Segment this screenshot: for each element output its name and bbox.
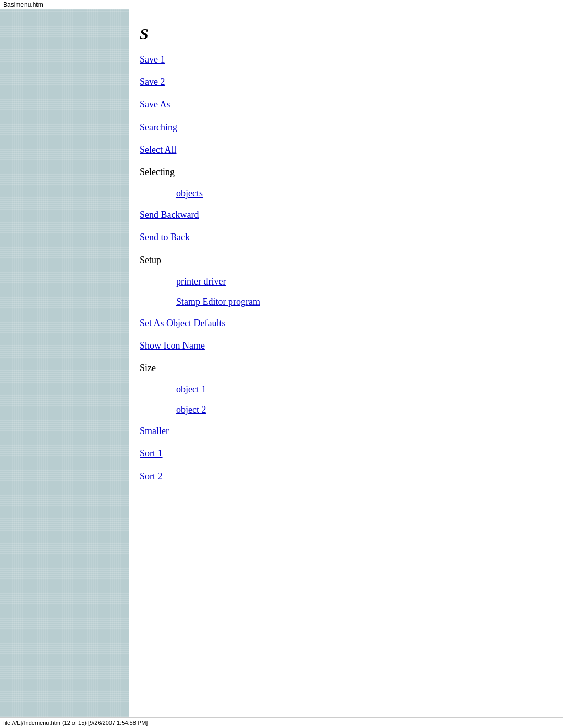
link-set-as-object-defaults[interactable]: Set As Object Defaults <box>140 318 225 328</box>
link-printer-driver[interactable]: printer driver <box>176 276 226 287</box>
menu-item-show-icon-name: Show Icon Name <box>140 339 547 352</box>
sidebar <box>0 9 129 718</box>
label-selecting: Selecting <box>140 167 175 177</box>
link-sort1[interactable]: Sort 1 <box>140 448 163 459</box>
link-sort2[interactable]: Sort 2 <box>140 471 163 482</box>
link-stamp-editor[interactable]: Stamp Editor program <box>176 297 260 307</box>
menu-item-object2: object 2 <box>176 404 547 415</box>
link-send-to-back[interactable]: Send to Back <box>140 232 190 242</box>
status-text: file:///E|/Indemenu.htm (12 of 15) [9/26… <box>3 720 148 726</box>
link-save2[interactable]: Save 2 <box>140 77 165 87</box>
menu-item-save-as: Save As <box>140 98 547 111</box>
menu-item-select-all: Select All <box>140 143 547 156</box>
menu-item-objects: objects <box>176 188 547 199</box>
link-send-backward[interactable]: Send Backward <box>140 209 199 220</box>
menu-item-send-backward: Send Backward <box>140 208 547 221</box>
content-area: S Save 1 Save 2 Save As Searching Select… <box>129 9 563 718</box>
menu-item-set-as-object-defaults: Set As Object Defaults <box>140 317 547 330</box>
link-save-as[interactable]: Save As <box>140 99 170 109</box>
menu-item-printer-driver: printer driver <box>176 276 547 287</box>
link-object1[interactable]: object 1 <box>176 384 206 394</box>
menu-item-smaller: Smaller <box>140 425 547 438</box>
link-save1[interactable]: Save 1 <box>140 54 165 65</box>
menu-item-searching: Searching <box>140 121 547 134</box>
title-text: Basimenu.htm <box>3 1 43 8</box>
status-bar: file:///E|/Indemenu.htm (12 of 15) [9/26… <box>0 717 563 728</box>
menu-item-selecting: Selecting <box>140 166 547 179</box>
menu-item-setup: Setup <box>140 254 547 267</box>
menu-item-stamp-editor: Stamp Editor program <box>176 297 547 307</box>
section-header: S <box>140 25 547 43</box>
link-smaller[interactable]: Smaller <box>140 426 169 436</box>
menu-item-size: Size <box>140 362 547 375</box>
menu-item-object1: object 1 <box>176 384 547 395</box>
title-bar: Basimenu.htm <box>0 0 563 9</box>
label-setup: Setup <box>140 255 161 265</box>
link-select-all[interactable]: Select All <box>140 144 177 155</box>
menu-item-send-to-back: Send to Back <box>140 231 547 244</box>
menu-item-save2: Save 2 <box>140 76 547 89</box>
menu-item-sort1: Sort 1 <box>140 447 547 460</box>
link-object2[interactable]: object 2 <box>176 404 206 415</box>
label-size: Size <box>140 363 156 373</box>
link-show-icon-name[interactable]: Show Icon Name <box>140 340 205 351</box>
menu-item-save1: Save 1 <box>140 53 547 66</box>
menu-item-sort2: Sort 2 <box>140 470 547 483</box>
link-searching[interactable]: Searching <box>140 122 177 132</box>
link-objects[interactable]: objects <box>176 188 203 199</box>
